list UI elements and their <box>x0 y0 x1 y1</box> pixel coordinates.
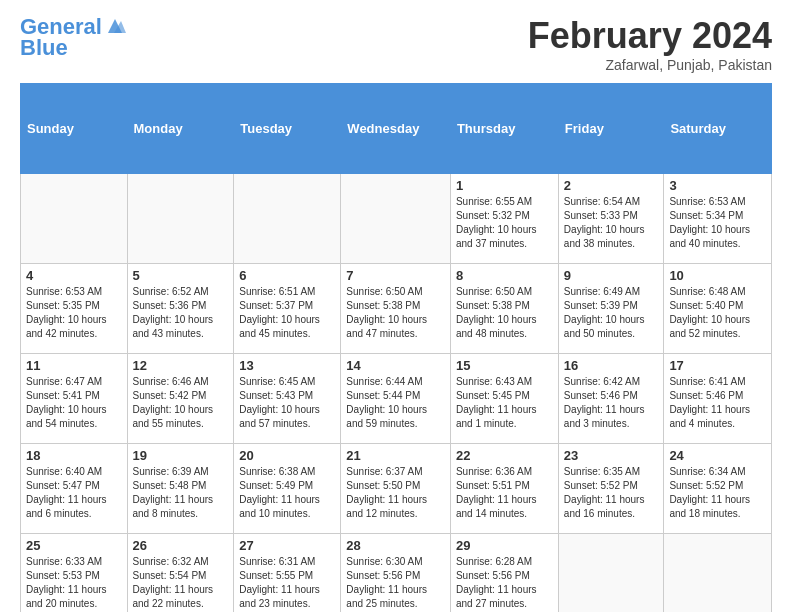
calendar-table: SundayMondayTuesdayWednesdayThursdayFrid… <box>20 83 772 612</box>
day-number: 1 <box>456 178 553 193</box>
day-number: 27 <box>239 538 335 553</box>
day-info: Sunrise: 6:42 AM Sunset: 5:46 PM Dayligh… <box>564 375 659 431</box>
day-cell: 12Sunrise: 6:46 AM Sunset: 5:42 PM Dayli… <box>127 354 234 444</box>
day-cell <box>558 534 664 613</box>
logo: General Blue <box>20 15 126 61</box>
day-info: Sunrise: 6:41 AM Sunset: 5:46 PM Dayligh… <box>669 375 766 431</box>
day-cell: 16Sunrise: 6:42 AM Sunset: 5:46 PM Dayli… <box>558 354 664 444</box>
week-row-1: 4Sunrise: 6:53 AM Sunset: 5:35 PM Daylig… <box>21 264 772 354</box>
weekday-header-sunday: Sunday <box>21 84 128 174</box>
day-number: 9 <box>564 268 659 283</box>
day-cell: 1Sunrise: 6:55 AM Sunset: 5:32 PM Daylig… <box>450 174 558 264</box>
day-info: Sunrise: 6:54 AM Sunset: 5:33 PM Dayligh… <box>564 195 659 251</box>
day-info: Sunrise: 6:55 AM Sunset: 5:32 PM Dayligh… <box>456 195 553 251</box>
day-cell: 13Sunrise: 6:45 AM Sunset: 5:43 PM Dayli… <box>234 354 341 444</box>
location: Zafarwal, Punjab, Pakistan <box>528 57 772 73</box>
day-number: 23 <box>564 448 659 463</box>
day-info: Sunrise: 6:38 AM Sunset: 5:49 PM Dayligh… <box>239 465 335 521</box>
day-number: 17 <box>669 358 766 373</box>
day-info: Sunrise: 6:53 AM Sunset: 5:34 PM Dayligh… <box>669 195 766 251</box>
day-info: Sunrise: 6:45 AM Sunset: 5:43 PM Dayligh… <box>239 375 335 431</box>
day-info: Sunrise: 6:37 AM Sunset: 5:50 PM Dayligh… <box>346 465 445 521</box>
day-number: 7 <box>346 268 445 283</box>
day-cell: 29Sunrise: 6:28 AM Sunset: 5:56 PM Dayli… <box>450 534 558 613</box>
day-number: 29 <box>456 538 553 553</box>
day-info: Sunrise: 6:43 AM Sunset: 5:45 PM Dayligh… <box>456 375 553 431</box>
page: General Blue February 2024 Zafarwal, Pun… <box>0 0 792 612</box>
day-cell: 5Sunrise: 6:52 AM Sunset: 5:36 PM Daylig… <box>127 264 234 354</box>
week-row-4: 25Sunrise: 6:33 AM Sunset: 5:53 PM Dayli… <box>21 534 772 613</box>
day-cell: 9Sunrise: 6:49 AM Sunset: 5:39 PM Daylig… <box>558 264 664 354</box>
day-number: 6 <box>239 268 335 283</box>
day-cell: 27Sunrise: 6:31 AM Sunset: 5:55 PM Dayli… <box>234 534 341 613</box>
day-info: Sunrise: 6:46 AM Sunset: 5:42 PM Dayligh… <box>133 375 229 431</box>
title-block: February 2024 Zafarwal, Punjab, Pakistan <box>528 15 772 73</box>
day-info: Sunrise: 6:32 AM Sunset: 5:54 PM Dayligh… <box>133 555 229 611</box>
day-number: 26 <box>133 538 229 553</box>
day-info: Sunrise: 6:34 AM Sunset: 5:52 PM Dayligh… <box>669 465 766 521</box>
day-cell: 7Sunrise: 6:50 AM Sunset: 5:38 PM Daylig… <box>341 264 451 354</box>
day-info: Sunrise: 6:50 AM Sunset: 5:38 PM Dayligh… <box>346 285 445 341</box>
day-cell: 28Sunrise: 6:30 AM Sunset: 5:56 PM Dayli… <box>341 534 451 613</box>
day-info: Sunrise: 6:47 AM Sunset: 5:41 PM Dayligh… <box>26 375 122 431</box>
day-cell: 14Sunrise: 6:44 AM Sunset: 5:44 PM Dayli… <box>341 354 451 444</box>
day-info: Sunrise: 6:50 AM Sunset: 5:38 PM Dayligh… <box>456 285 553 341</box>
day-number: 28 <box>346 538 445 553</box>
day-number: 8 <box>456 268 553 283</box>
day-cell: 18Sunrise: 6:40 AM Sunset: 5:47 PM Dayli… <box>21 444 128 534</box>
day-number: 19 <box>133 448 229 463</box>
day-cell: 4Sunrise: 6:53 AM Sunset: 5:35 PM Daylig… <box>21 264 128 354</box>
day-cell: 8Sunrise: 6:50 AM Sunset: 5:38 PM Daylig… <box>450 264 558 354</box>
day-cell: 15Sunrise: 6:43 AM Sunset: 5:45 PM Dayli… <box>450 354 558 444</box>
day-number: 14 <box>346 358 445 373</box>
day-info: Sunrise: 6:33 AM Sunset: 5:53 PM Dayligh… <box>26 555 122 611</box>
weekday-header-row: SundayMondayTuesdayWednesdayThursdayFrid… <box>21 84 772 174</box>
week-row-3: 18Sunrise: 6:40 AM Sunset: 5:47 PM Dayli… <box>21 444 772 534</box>
day-number: 13 <box>239 358 335 373</box>
day-info: Sunrise: 6:52 AM Sunset: 5:36 PM Dayligh… <box>133 285 229 341</box>
week-row-2: 11Sunrise: 6:47 AM Sunset: 5:41 PM Dayli… <box>21 354 772 444</box>
day-number: 22 <box>456 448 553 463</box>
day-cell <box>21 174 128 264</box>
day-cell: 10Sunrise: 6:48 AM Sunset: 5:40 PM Dayli… <box>664 264 772 354</box>
day-number: 3 <box>669 178 766 193</box>
day-number: 15 <box>456 358 553 373</box>
day-info: Sunrise: 6:30 AM Sunset: 5:56 PM Dayligh… <box>346 555 445 611</box>
day-cell: 6Sunrise: 6:51 AM Sunset: 5:37 PM Daylig… <box>234 264 341 354</box>
day-cell: 24Sunrise: 6:34 AM Sunset: 5:52 PM Dayli… <box>664 444 772 534</box>
weekday-header-thursday: Thursday <box>450 84 558 174</box>
day-cell: 21Sunrise: 6:37 AM Sunset: 5:50 PM Dayli… <box>341 444 451 534</box>
day-cell: 23Sunrise: 6:35 AM Sunset: 5:52 PM Dayli… <box>558 444 664 534</box>
day-number: 24 <box>669 448 766 463</box>
day-info: Sunrise: 6:36 AM Sunset: 5:51 PM Dayligh… <box>456 465 553 521</box>
day-info: Sunrise: 6:44 AM Sunset: 5:44 PM Dayligh… <box>346 375 445 431</box>
day-cell: 22Sunrise: 6:36 AM Sunset: 5:51 PM Dayli… <box>450 444 558 534</box>
day-number: 18 <box>26 448 122 463</box>
week-row-0: 1Sunrise: 6:55 AM Sunset: 5:32 PM Daylig… <box>21 174 772 264</box>
weekday-header-tuesday: Tuesday <box>234 84 341 174</box>
day-info: Sunrise: 6:53 AM Sunset: 5:35 PM Dayligh… <box>26 285 122 341</box>
day-info: Sunrise: 6:51 AM Sunset: 5:37 PM Dayligh… <box>239 285 335 341</box>
day-info: Sunrise: 6:48 AM Sunset: 5:40 PM Dayligh… <box>669 285 766 341</box>
day-cell: 3Sunrise: 6:53 AM Sunset: 5:34 PM Daylig… <box>664 174 772 264</box>
day-cell: 20Sunrise: 6:38 AM Sunset: 5:49 PM Dayli… <box>234 444 341 534</box>
day-number: 21 <box>346 448 445 463</box>
day-number: 20 <box>239 448 335 463</box>
month-title: February 2024 <box>528 15 772 57</box>
day-cell: 26Sunrise: 6:32 AM Sunset: 5:54 PM Dayli… <box>127 534 234 613</box>
day-info: Sunrise: 6:39 AM Sunset: 5:48 PM Dayligh… <box>133 465 229 521</box>
day-cell: 17Sunrise: 6:41 AM Sunset: 5:46 PM Dayli… <box>664 354 772 444</box>
day-number: 25 <box>26 538 122 553</box>
logo-icon <box>104 15 126 37</box>
weekday-header-friday: Friday <box>558 84 664 174</box>
day-cell <box>341 174 451 264</box>
day-cell <box>664 534 772 613</box>
day-number: 5 <box>133 268 229 283</box>
day-number: 2 <box>564 178 659 193</box>
day-info: Sunrise: 6:49 AM Sunset: 5:39 PM Dayligh… <box>564 285 659 341</box>
day-cell <box>234 174 341 264</box>
day-cell: 11Sunrise: 6:47 AM Sunset: 5:41 PM Dayli… <box>21 354 128 444</box>
day-number: 10 <box>669 268 766 283</box>
day-cell: 19Sunrise: 6:39 AM Sunset: 5:48 PM Dayli… <box>127 444 234 534</box>
day-info: Sunrise: 6:28 AM Sunset: 5:56 PM Dayligh… <box>456 555 553 611</box>
